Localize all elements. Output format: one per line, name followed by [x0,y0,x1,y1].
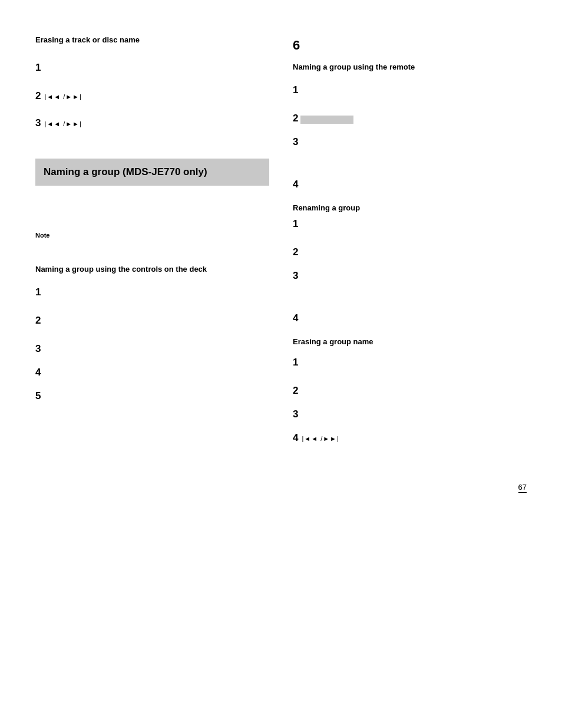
deck-step-4: 4 [35,367,269,378]
deck-step-5: 5 [35,390,269,402]
deck-step-2: 2 [35,315,269,327]
erasing-group-heading: Erasing a group name [293,337,527,346]
page-number-area: 67 [293,483,527,493]
deck-step-3: 3 [35,343,269,355]
note-label: Note [35,232,269,239]
renaming-heading: Renaming a group [293,203,527,212]
erase-group-step-4-row: 4 |◄◄ /►►| [293,430,527,449]
remote-step-4: 4 [293,179,527,190]
page-number: 67 [518,483,527,493]
deck-step-1: 1 [35,286,269,298]
erase-group-step-1: 1 [293,357,527,368]
erase-step-3-row: 3 |◄◄ /►►| [35,115,269,134]
rename-step-1: 1 [293,218,527,230]
left-column: Erasing a track or disc name 1 2 |◄◄ /►►… [35,35,269,493]
naming-group-box-title: Naming a group (MDS-JE770 only) [44,166,261,179]
erase-step-6: 6 [293,38,527,53]
remote-step-1: 1 [293,84,527,96]
page-content: Erasing a track or disc name 1 2 |◄◄ /►►… [35,35,527,493]
erase-step-3: 3 [35,117,41,129]
rename-step-4: 4 [293,312,527,324]
naming-group-box: Naming a group (MDS-JE770 only) [35,159,269,186]
remote-step-2: 2 [293,113,298,124]
right-column: 6 Naming a group using the remote 1 2 3 … [293,35,527,493]
naming-deck-heading: Naming a group using the controls on the… [35,265,269,274]
skip-icon-2: |◄◄ /►►| [44,120,81,127]
skip-icon-3: |◄◄ /►►| [302,435,339,442]
remote-step-3: 3 [293,136,527,148]
erase-group-step-4: 4 [293,432,298,444]
erase-group-step-3: 3 [293,409,527,420]
erase-step-2: 2 [35,90,41,102]
naming-remote-heading: Naming a group using the remote [293,62,527,71]
erase-step-2-row: 2 |◄◄ /►►| [35,88,269,107]
remote-step-2-row: 2 [293,110,527,129]
inline-highlight-box [300,116,353,124]
erasing-track-heading: Erasing a track or disc name [35,35,269,44]
skip-icon-1: |◄◄ /►►| [44,93,81,100]
erase-step-1: 1 [35,62,269,74]
rename-step-2: 2 [293,246,527,258]
erase-group-step-2: 2 [293,385,527,397]
rename-step-3: 3 [293,270,527,282]
